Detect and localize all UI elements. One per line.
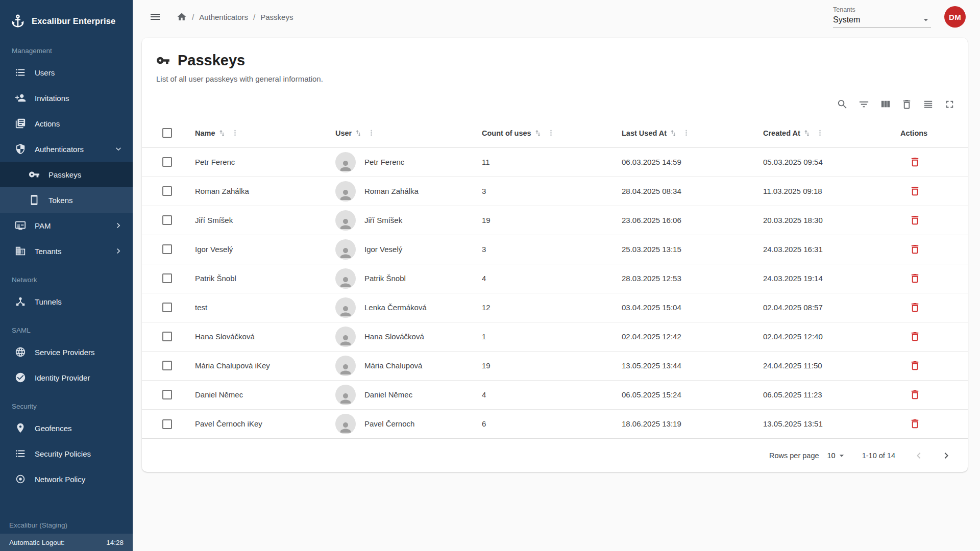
table-row[interactable]: Petr Ferenc Petr Ferenc 11 06.03.2025 14… [142,147,968,177]
sidebar-item-service-providers[interactable]: Service Providers [0,339,133,365]
table-row[interactable]: Daniel Němec Daniel Němec 4 06.05.2025 1… [142,380,968,409]
table-row[interactable]: Hana Slováčková Hana Slováčková 1 02.04.… [142,322,968,351]
sidebar-item-label: Passkeys [48,170,81,179]
row-checkbox[interactable] [162,332,172,341]
column-menu-icon[interactable] [367,129,376,137]
density-button[interactable] [918,94,938,114]
table-row[interactable]: Jiří Smíšek Jiří Smíšek 19 23.06.2025 16… [142,206,968,235]
sidebar-item-label: Service Providers [35,348,95,357]
sort-icon[interactable] [803,129,811,137]
column-header-user[interactable]: User [335,119,482,147]
column-menu-icon[interactable] [547,129,555,137]
row-checkbox[interactable] [162,390,172,399]
sidebar-item-pam[interactable]: PAM [0,213,133,238]
row-checkbox[interactable] [162,361,172,370]
sidebar-item-users[interactable]: Users [0,60,133,85]
sidebar-item-label: Authenticators [35,145,84,154]
created-at: 13.05.2025 13:51 [763,419,823,428]
next-page-button[interactable] [936,445,957,466]
delete-row-button[interactable] [904,210,925,231]
row-checkbox[interactable] [162,244,172,254]
delete-row-button[interactable] [904,356,925,376]
row-checkbox[interactable] [162,186,172,196]
sidebar-item-security-policies[interactable]: Security Policies [0,441,133,466]
section-label-security: Security [0,390,133,415]
sort-icon[interactable] [534,129,542,137]
breadcrumb-authenticators[interactable]: Authenticators [199,13,248,21]
table-row[interactable]: Igor Veselý Igor Veselý 3 25.03.2025 13:… [142,235,968,264]
last-used-at: 25.03.2025 13:15 [622,245,681,254]
sidebar-item-tenants[interactable]: Tenants [0,238,133,264]
count-of-uses: 1 [482,332,486,341]
table-row[interactable]: Patrik Šnobl Patrik Šnobl 4 28.03.2025 1… [142,264,968,293]
column-label: Actions [900,129,927,137]
sort-icon[interactable] [218,129,226,137]
column-header-created[interactable]: Created At [763,119,900,147]
delete-row-button[interactable] [904,152,925,172]
row-checkbox[interactable] [162,215,172,225]
delete-row-button[interactable] [904,181,925,202]
passkey-name: Pavel Černoch iKey [195,419,262,428]
passkeys-table: Name User [142,119,968,438]
column-header-count[interactable]: Count of uses [482,119,622,147]
breadcrumb-separator: / [192,13,194,21]
row-checkbox[interactable] [162,303,172,312]
sidebar-item-network-policy[interactable]: Network Policy [0,466,133,492]
column-header-last-used[interactable]: Last Used At [622,119,763,147]
select-all-checkbox[interactable] [162,128,172,138]
delete-row-button[interactable] [904,414,925,434]
library-icon [15,118,26,129]
table-row[interactable]: test Lenka Čermáková 12 03.04.2025 15:04… [142,293,968,322]
sidebar-item-tokens[interactable]: Tokens [0,187,133,213]
columns-button[interactable] [875,94,895,114]
created-at: 24.04.2025 11:50 [763,361,822,370]
section-label-management: Management [0,35,133,60]
row-checkbox[interactable] [162,273,172,283]
column-menu-icon[interactable] [231,129,239,137]
sidebar-item-passkeys[interactable]: Passkeys [0,162,133,187]
column-menu-icon[interactable] [682,129,691,137]
sidebar-item-tunnels[interactable]: Tunnels [0,289,133,314]
section-label-saml: SAML [0,314,133,339]
delete-row-button[interactable] [904,239,925,260]
trash-icon [909,389,921,400]
auto-logout-timer: 14:28 [106,539,124,546]
table-row[interactable]: Roman Zahálka Roman Zahálka 3 28.04.2025… [142,177,968,206]
chevron-left-icon [913,449,925,462]
user-avatar-button[interactable]: DM [944,6,966,28]
delete-row-button[interactable] [904,327,925,347]
previous-page-button[interactable] [909,445,929,466]
auto-logout-label: Automatic Logout: [9,539,65,546]
column-header-name[interactable]: Name [195,119,335,147]
row-checkbox[interactable] [162,419,172,429]
trash-icon [909,156,921,168]
sidebar-item-actions[interactable]: Actions [0,111,133,136]
row-checkbox[interactable] [162,157,172,167]
sidebar-item-authenticators[interactable]: Authenticators [0,136,133,162]
delete-row-button[interactable] [904,385,925,405]
section-label-network: Network [0,264,133,289]
list-icon [15,448,26,459]
fullscreen-button[interactable] [939,94,960,114]
breadcrumb-home[interactable] [177,12,187,22]
search-button[interactable] [832,94,852,114]
auto-logout-bar: Automatic Logout: 14:28 [0,534,133,551]
delete-row-button[interactable] [904,297,925,318]
filter-button[interactable] [853,94,874,114]
sidebar-item-invitations[interactable]: Invitations [0,85,133,111]
delete-selected-button[interactable] [896,94,917,114]
fullscreen-icon [944,98,955,110]
tenant-select[interactable]: Tenants System [833,6,931,28]
menu-toggle-button[interactable] [145,7,165,27]
sort-icon[interactable] [354,129,362,137]
table-row[interactable]: Mária Chalupová iKey Mária Chalupová 19 … [142,351,968,380]
column-menu-icon[interactable] [816,129,824,137]
sidebar-item-geofences[interactable]: Geofences [0,415,133,441]
breadcrumb-passkeys[interactable]: Passkeys [260,13,293,21]
breadcrumb: / Authenticators / Passkeys [177,12,293,22]
rows-per-page-select[interactable]: 10 [827,450,847,461]
sidebar-item-identity-provider[interactable]: Identity Provider [0,365,133,390]
sort-icon[interactable] [669,129,677,137]
table-row[interactable]: Pavel Černoch iKey Pavel Černoch 6 18.06… [142,409,968,438]
delete-row-button[interactable] [904,268,925,289]
